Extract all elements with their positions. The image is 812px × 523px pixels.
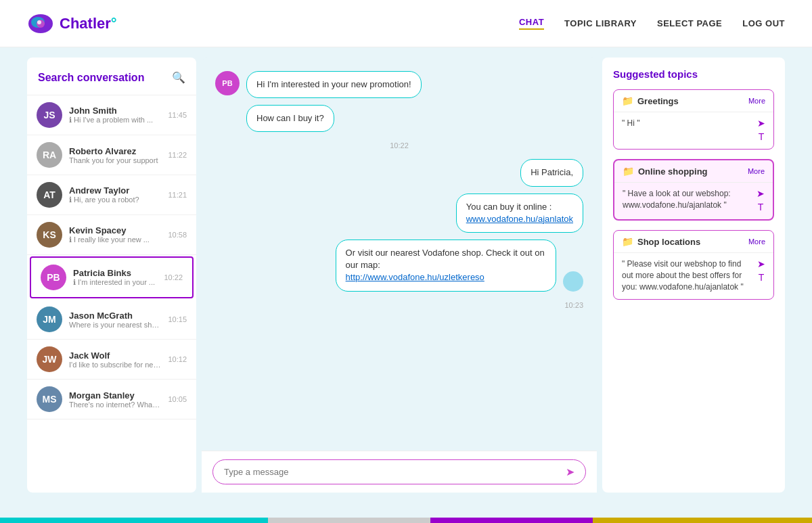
avatar: PB — [41, 265, 66, 290]
type-topic-icon-3[interactable]: T — [759, 272, 765, 283]
conv-preview: Where is your nearest shop? — [69, 321, 161, 329]
topics-container: 📁 Greetings More " Hi " ➤ T 📁 Online sho… — [613, 89, 774, 300]
send-topic-icon-2[interactable]: ➤ — [757, 188, 765, 199]
topic-text-2: " Have a look at our webshop: www.vodafo… — [623, 188, 751, 211]
bar-segment-1 — [0, 518, 268, 523]
topic-card-2: 📁 Online shopping More " Have a look at … — [613, 159, 774, 221]
nav-log-out[interactable]: LOG OUT — [742, 18, 785, 28]
conv-time: 10:22 — [164, 273, 183, 281]
timestamp-1: 10:22 — [215, 141, 583, 150]
header: Chatler° CHAT TOPIC LIBRARY SELECT PAGE … — [0, 0, 812, 47]
topic-header-2: 📁 Online shopping More — [614, 160, 773, 182]
message-row-1: PB Hi I'm interested in your new promoti… — [215, 71, 583, 98]
send-topic-icon-3[interactable]: ➤ — [757, 258, 765, 269]
send-topic-icon-1[interactable]: ➤ — [757, 118, 765, 129]
topic-more-2[interactable]: More — [748, 167, 765, 175]
topic-card-1: 📁 Greetings More " Hi " ➤ T — [613, 89, 774, 150]
topic-body-2: " Have a look at our webshop: www.vodafo… — [614, 182, 773, 219]
avatar: JM — [37, 306, 62, 332]
link-uzletkereso[interactable]: http://www.vodafone.hu/uzletkereso — [346, 272, 484, 282]
topic-name-1: 📁 Greetings — [622, 95, 679, 106]
topic-actions-2: ➤ T — [757, 188, 765, 212]
send-button[interactable]: ➤ — [566, 465, 574, 478]
conv-time: 11:45 — [168, 111, 187, 119]
topic-label-3: Shop locations — [637, 237, 700, 247]
conversation-item-8[interactable]: MS Morgan Stanley There's no internet? W… — [27, 380, 196, 419]
logo-icon — [27, 10, 54, 37]
avatar: JW — [37, 346, 62, 372]
agent-indicator — [563, 271, 583, 292]
search-title: Search conversation — [38, 72, 144, 84]
conv-name: Jack Wolf — [69, 350, 161, 361]
message-row-3: Hi Patricia, — [215, 159, 583, 186]
conversation-item-1[interactable]: JS John Smith ℹ Hi I've a problem with .… — [27, 95, 196, 135]
conversation-item-2[interactable]: RA Roberto Alvarez Thank you for your su… — [27, 135, 196, 175]
middle-panel: PB Hi I'm interested in your new promoti… — [202, 58, 597, 493]
conv-preview: Thank you for your support — [69, 156, 161, 164]
conversation-item-5[interactable]: PB Patricia Binks ℹ I'm interested in yo… — [30, 256, 194, 298]
chat-area: PB Hi I'm interested in your new promoti… — [202, 58, 597, 451]
topic-actions-1: ➤ T — [757, 118, 765, 142]
message-bubble-3: Hi Patricia, — [520, 159, 583, 186]
conv-preview: ℹ Hi, are you a robot? — [69, 196, 161, 204]
message-row-2: How can I buy it? — [215, 105, 583, 132]
conv-preview: There's no internet? What ... — [69, 401, 161, 409]
conv-preview: ℹ I really like your new ... — [69, 235, 161, 244]
nav-select-page[interactable]: SELECT PAGE — [657, 18, 722, 28]
conv-info: Kevin Spacey ℹ I really like your new ..… — [69, 225, 161, 244]
svg-point-3 — [37, 20, 41, 24]
conv-info: Roberto Alvarez Thank you for your suppo… — [69, 146, 161, 164]
topic-more-3[interactable]: More — [748, 237, 765, 246]
type-topic-icon-2[interactable]: T — [758, 202, 764, 212]
right-panel: Suggested topics 📁 Greetings More " Hi "… — [602, 58, 785, 493]
message-bubble-5: Or visit our nearest Vodafone shop. Chec… — [336, 240, 556, 292]
topic-actions-3: ➤ T — [757, 258, 765, 283]
bar-segment-3 — [430, 518, 593, 523]
folder-icon-3: 📁 — [622, 236, 633, 247]
topic-name-2: 📁 Online shopping — [623, 166, 708, 177]
conv-name: Morgan Stanley — [69, 390, 161, 401]
bottom-bar — [0, 503, 812, 523]
message-input[interactable] — [224, 467, 559, 477]
nav-chat[interactable]: CHAT — [519, 17, 544, 30]
type-topic-icon-1[interactable]: T — [759, 131, 765, 142]
message-bubble-1: Hi I'm interested in your new promotion! — [246, 71, 422, 98]
avatar: AT — [37, 182, 62, 208]
conv-time: 11:21 — [168, 191, 187, 199]
user-avatar: PB — [215, 71, 240, 95]
suggested-topics-title: Suggested topics — [613, 68, 774, 80]
nav-topic-library[interactable]: TOPIC LIBRARY — [564, 18, 637, 28]
topic-label-2: Online shopping — [638, 166, 708, 177]
topic-card-3: 📁 Shop locations More " Please visit our… — [613, 230, 774, 300]
topic-text-3: " Please visit our webshop to find out m… — [622, 258, 752, 292]
folder-icon-1: 📁 — [622, 95, 633, 106]
topic-header-1: 📁 Greetings More — [614, 90, 773, 112]
conversation-item-6[interactable]: JM Jason McGrath Where is your nearest s… — [27, 300, 196, 340]
avatar: KS — [37, 222, 62, 248]
conversation-item-7[interactable]: JW Jack Wolf I'd like to subscribe for n… — [27, 340, 196, 380]
folder-icon-2: 📁 — [623, 166, 634, 177]
topic-more-1[interactable]: More — [748, 97, 765, 105]
conversation-item-3[interactable]: AT Andrew Taylor ℹ Hi, are you a robot? … — [27, 175, 196, 215]
timestamp-2: 10:23 — [215, 301, 583, 309]
chat-input-row: ➤ — [212, 459, 586, 484]
search-header: Search conversation 🔍 — [27, 58, 196, 95]
search-icon[interactable]: 🔍 — [172, 71, 185, 84]
topic-header-3: 📁 Shop locations More — [614, 231, 773, 252]
conv-time: 10:58 — [168, 231, 187, 239]
conv-name: Kevin Spacey — [69, 225, 161, 235]
conv-preview: I'd like to subscribe for new ... — [69, 361, 161, 369]
conv-time: 10:15 — [168, 315, 187, 323]
link-vodafone-1[interactable]: www.vodafone.hu/ajanlatok — [466, 214, 573, 224]
conv-name: John Smith — [69, 106, 161, 116]
message-bubble-4: You can buy it online :www.vodafone.hu/a… — [456, 194, 583, 233]
topic-text-1: " Hi " — [622, 118, 752, 129]
avatar: MS — [37, 386, 62, 412]
conversation-item-4[interactable]: KS Kevin Spacey ℹ I really like your new… — [27, 215, 196, 255]
topic-name-3: 📁 Shop locations — [622, 236, 700, 247]
logo-text: Chatler° — [60, 15, 117, 32]
bar-segment-4 — [593, 518, 812, 523]
message-row-4: You can buy it online :www.vodafone.hu/a… — [215, 194, 583, 233]
avatar: RA — [37, 142, 62, 168]
conv-name: Roberto Alvarez — [69, 146, 161, 156]
